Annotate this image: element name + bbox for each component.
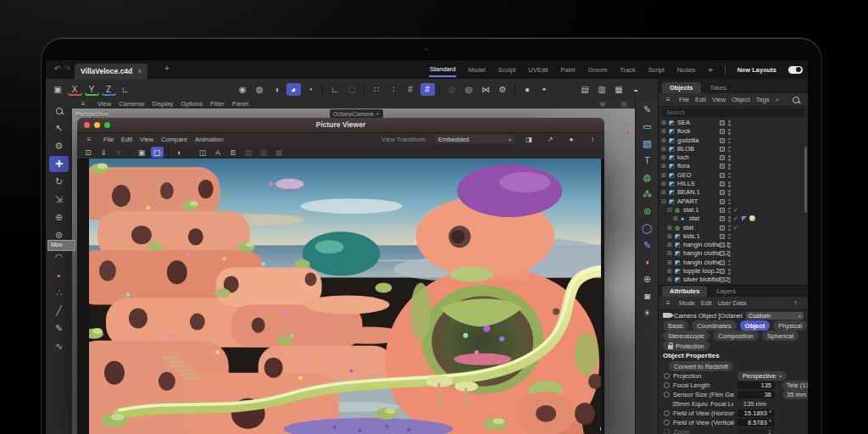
layout-tab-paint[interactable]: Paint	[560, 63, 576, 76]
home-icon[interactable]: ⌂	[807, 96, 808, 104]
histogram-panel-icon[interactable]: ◨	[524, 135, 535, 144]
editor-render-dots[interactable]	[728, 190, 731, 192]
visibility-toggle[interactable]	[720, 208, 725, 213]
menu-objectmanager-item[interactable]: >	[776, 96, 779, 103]
compare-stack-icon[interactable]: ▥	[258, 147, 270, 158]
editor-render-dots[interactable]	[728, 147, 731, 149]
visibility-toggle[interactable]	[720, 173, 725, 178]
menu-objectmanager-object[interactable]: Object	[732, 96, 750, 103]
keyframe-dot[interactable]	[664, 382, 670, 388]
menu-attributemanager-mode[interactable]: Mode	[679, 299, 695, 307]
menu-viewport-panel[interactable]: Panel	[232, 100, 248, 108]
expand-toggle-icon[interactable]: ⊞	[661, 180, 666, 188]
compare-horizontal-icon[interactable]: ▤	[242, 147, 255, 158]
editor-render-dots[interactable]	[728, 199, 731, 202]
menu-viewport-options[interactable]: Options	[181, 100, 203, 108]
layout-tab-standard[interactable]: Standard	[429, 62, 456, 77]
editor-render-dots[interactable]	[728, 138, 731, 141]
popout-icon[interactable]: ↗	[545, 135, 556, 144]
live-selection-tool-icon[interactable]: ↖	[49, 120, 69, 136]
hamburger-icon[interactable]: ≡	[663, 96, 673, 104]
expand-toggle-icon[interactable]: ⊞	[667, 241, 672, 249]
render-settings-button[interactable]: ▦	[612, 83, 626, 96]
document-tab[interactable]: VillaVeloce.c4d ×	[75, 64, 147, 79]
menu-pictureviewer-file[interactable]: File	[103, 136, 114, 143]
search-icon[interactable]	[806, 299, 808, 308]
field-force-icon[interactable]: ◍	[253, 83, 267, 96]
expand-toggle-icon[interactable]: ⊞	[667, 249, 672, 258]
menu-objectmanager-file[interactable]: File	[679, 96, 689, 103]
expand-toggle-icon[interactable]: ⊟	[661, 198, 666, 206]
editor-render-dots[interactable]	[728, 242, 731, 245]
bend-deformer-icon[interactable]: ◖	[638, 254, 656, 270]
visibility-toggle[interactable]	[720, 260, 725, 265]
visibility-toggle[interactable]	[720, 155, 725, 160]
expand-toggle-icon[interactable]: ⊞	[661, 153, 666, 162]
menu-objectmanager-edit[interactable]: Edit	[695, 96, 706, 103]
scrollbar[interactable]	[804, 147, 807, 213]
grid-quantize-icon[interactable]: #	[420, 83, 435, 96]
object-row-stat[interactable]: ⊞◍stat✓	[659, 224, 808, 232]
expand-toggle-icon[interactable]: ⊞	[661, 145, 666, 153]
object-row-bean-1[interactable]: ⊞◩BEAN.1	[659, 188, 808, 197]
editor-render-dots[interactable]	[728, 164, 731, 166]
center-axis-icon[interactable]: ◎	[462, 83, 476, 96]
set-image-a-button[interactable]: A	[212, 147, 225, 158]
sculpt-flatten-brush-icon[interactable]: ▪	[49, 267, 69, 283]
target-icon[interactable]: ◎	[445, 83, 459, 96]
object-row-godzilla[interactable]: ⊞◩godzilla	[659, 136, 808, 145]
object-row-geo[interactable]: ⊞◩GEO	[659, 171, 808, 180]
attr-value-field[interactable]: 36	[737, 391, 775, 398]
visibility-toggle[interactable]	[720, 277, 725, 282]
objectmanager-tab-objects[interactable]: Objects	[662, 82, 701, 93]
editor-render-dots[interactable]	[728, 260, 731, 263]
back-icon[interactable]: ←	[758, 299, 768, 308]
lock-z-axis-button[interactable]: Z	[102, 83, 116, 96]
editor-render-dots[interactable]	[728, 173, 731, 175]
expand-toggle-icon[interactable]: ⊞	[667, 267, 672, 275]
editor-render-dots[interactable]	[728, 269, 731, 271]
expand-toggle-icon[interactable]: ⊞	[667, 232, 672, 241]
menu-viewport-cameras[interactable]: Cameras	[119, 100, 144, 108]
knife-tool-icon[interactable]: ╱	[49, 303, 69, 319]
keyframe-dot[interactable]	[664, 420, 670, 426]
rotate-tool-icon[interactable]: ↻	[49, 174, 69, 190]
workplane-toggle-icon[interactable]: ▢	[345, 83, 359, 96]
section-tab-physical[interactable]: Physical	[773, 320, 807, 331]
gouraud-shading-icon[interactable]: ◕	[287, 83, 301, 96]
keyframe-dot[interactable]	[664, 410, 670, 416]
section-tab-basic[interactable]: Basic	[663, 320, 688, 331]
visibility-toggle[interactable]	[720, 234, 725, 239]
sculpt-pull-brush-icon[interactable]: ◠	[49, 249, 69, 265]
keyframe-dot[interactable]	[664, 392, 670, 398]
grid-snap-icon[interactable]: #	[403, 83, 418, 96]
view-transform-dropdown[interactable]: Embedded▾	[435, 135, 515, 143]
viewport-label[interactable]: Perspective	[75, 110, 108, 118]
new-layouts-toggle[interactable]	[788, 66, 803, 74]
object-row-silver-blobfish-2[interactable]: ⊞◩silver blobfish .2	[659, 275, 808, 284]
object-row-hangin-clothes-2[interactable]: ⊞◩hangin clothes.2	[659, 249, 808, 258]
search-input[interactable]: Search	[662, 108, 804, 117]
expand-toggle-icon[interactable]: ⊞	[667, 275, 672, 284]
array-generator-icon[interactable]: ⊚	[638, 203, 656, 219]
hamburger-icon[interactable]: ≡	[84, 135, 95, 144]
layout-tab-track[interactable]: Track	[619, 63, 636, 76]
lock-y-axis-button[interactable]: Y	[85, 83, 99, 96]
editor-render-dots[interactable]	[728, 216, 731, 219]
object-row-flora[interactable]: ⊞◩flora	[659, 162, 808, 170]
visibility-toggle[interactable]	[720, 138, 725, 143]
lock-x-axis-button[interactable]: X	[68, 83, 82, 96]
menu-objectmanager-tags[interactable]: Tags	[756, 96, 770, 103]
expand-toggle-icon[interactable]: ⊞	[661, 127, 666, 136]
search-icon[interactable]	[791, 96, 801, 104]
contrast-icon[interactable]: ◐	[174, 147, 186, 158]
object-row-blob[interactable]: ⊞◩BLOB	[659, 145, 808, 153]
sky-object-icon[interactable]: ⊕	[638, 271, 656, 287]
visibility-toggle[interactable]	[720, 120, 725, 125]
wireframe-shading-icon[interactable]: ◑	[270, 83, 284, 96]
material-icon[interactable]: ◌	[638, 322, 656, 337]
active-camera-chip[interactable]: OctaneCamera +	[330, 109, 383, 118]
menu-pictureviewer-animation[interactable]: Animation	[195, 136, 223, 143]
object-row-kids-1[interactable]: ⊞◩kids.1	[659, 232, 808, 241]
visibility-toggle[interactable]	[720, 129, 725, 134]
